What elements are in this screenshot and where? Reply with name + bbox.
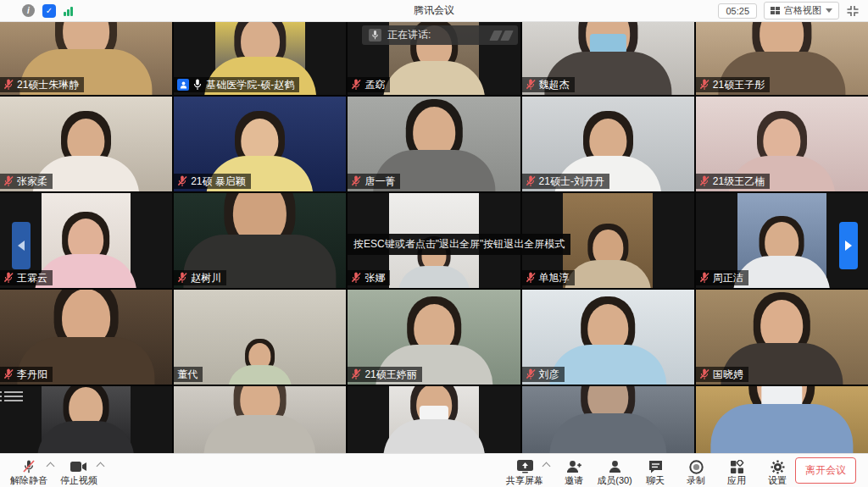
participant-name-badge: 21硕王子彤 xyxy=(696,77,770,92)
meeting-timer: 05:25 xyxy=(718,3,757,19)
network-signal-icon[interactable] xyxy=(64,6,73,16)
leave-meeting-button[interactable]: 离开会议 xyxy=(795,457,856,484)
share-screen-icon xyxy=(517,459,533,474)
shield-icon[interactable]: ✓ xyxy=(42,4,56,18)
video-tile[interactable]: 李丹阳 xyxy=(0,290,172,385)
meeting-window: i ✓ 腾讯会议 05:25 宫格视图 21硕士朱琳静基 xyxy=(0,0,868,487)
invite-button[interactable]: 邀请 xyxy=(556,456,592,485)
participant-name: 刘彦 xyxy=(539,368,559,380)
share-options-caret[interactable] xyxy=(542,462,551,471)
chat-button[interactable]: 聊天 xyxy=(637,456,673,485)
video-tile[interactable]: 国晓娉 xyxy=(696,290,868,385)
exit-fullscreen-tooltip: 按ESC键或者点击"退出全屏"按钮退出全屏模式 xyxy=(348,234,570,255)
video-feed xyxy=(42,386,131,453)
participant-name-badge: 周正洁 xyxy=(696,270,748,285)
participant-name: 周正洁 xyxy=(713,272,743,284)
participant-name: 张娜 xyxy=(364,272,385,284)
info-icon[interactable]: i xyxy=(22,4,35,17)
unmute-button[interactable]: 解除静音 xyxy=(10,456,47,485)
video-tile[interactable]: 21级王乙楠 xyxy=(696,97,868,191)
video-tile[interactable]: 21硕 暴启颖 xyxy=(174,97,346,191)
video-tile[interactable] xyxy=(348,386,520,453)
stop-video-label: 停止视频 xyxy=(60,476,97,485)
video-tile[interactable]: 刘彦 xyxy=(522,290,694,385)
next-page-arrow[interactable] xyxy=(839,222,858,269)
participant-name: 董代 xyxy=(177,368,198,380)
mic-muted-icon xyxy=(699,272,709,284)
camera-icon xyxy=(70,459,87,474)
participant-name: 魏超杰 xyxy=(539,79,570,91)
participant-name-badge: 21硕士-刘丹丹 xyxy=(522,174,609,189)
apps-label: 应用 xyxy=(727,476,746,485)
mic-muted-icon xyxy=(526,368,536,380)
title-bar: i ✓ 腾讯会议 05:25 宫格视图 xyxy=(0,0,868,22)
participant-silhouette xyxy=(563,198,653,288)
members-button[interactable]: 成员(30) xyxy=(597,456,632,485)
video-tile[interactable] xyxy=(522,386,694,453)
invite-label: 邀请 xyxy=(565,476,583,485)
meeting-toolbar: 解除静音 停止视频 共 xyxy=(0,453,868,487)
host-person-icon xyxy=(177,79,189,91)
mic-muted-icon xyxy=(3,368,14,380)
layout-view-label: 宫格视图 xyxy=(784,4,821,17)
unmute-label: 解除静音 xyxy=(10,476,47,485)
participant-name-badge: 孟窈 xyxy=(348,77,390,92)
participant-name: 21硕 暴启颖 xyxy=(191,175,246,187)
participant-name: 孟窈 xyxy=(364,79,385,91)
participant-name: 21硕士朱琳静 xyxy=(17,79,79,91)
video-tile[interactable]: 唐一菁 xyxy=(348,97,520,191)
mic-muted-icon xyxy=(526,175,536,187)
face-mask xyxy=(590,34,626,58)
video-tile[interactable]: 赵树川 xyxy=(174,193,346,288)
participant-silhouette xyxy=(389,391,479,453)
participant-name-badge: 单旭淳 xyxy=(522,270,575,285)
settings-gear-icon xyxy=(771,459,785,474)
previous-page-arrow[interactable] xyxy=(12,222,31,269)
mic-muted-icon xyxy=(351,175,361,187)
video-tile[interactable] xyxy=(174,386,346,453)
participant-name: 21硕王婷丽 xyxy=(364,368,416,380)
video-feed xyxy=(174,386,346,453)
mic-muted-icon xyxy=(699,368,709,380)
mic-muted-icon xyxy=(699,175,709,187)
video-tile[interactable]: 21硕王子彤 xyxy=(696,22,868,95)
participant-name-badge: 董代 xyxy=(174,367,203,382)
participant-name-badge: 王霖云 xyxy=(0,270,53,285)
video-options-caret[interactable] xyxy=(97,462,105,471)
mic-muted-icon xyxy=(351,368,361,380)
video-tile[interactable]: 董代 xyxy=(174,290,346,385)
video-tile[interactable] xyxy=(0,386,172,453)
stop-video-button[interactable]: 停止视频 xyxy=(60,456,97,485)
video-tile[interactable]: 基础医学院-硕-赵鹤 xyxy=(174,22,346,95)
record-button[interactable]: 录制 xyxy=(678,456,714,485)
participant-name-badge: 魏超杰 xyxy=(522,77,575,92)
participant-name-badge: 国晓娉 xyxy=(696,367,748,382)
share-screen-button[interactable]: 共享屏幕 xyxy=(506,456,543,485)
participant-name: 王霖云 xyxy=(17,272,47,284)
mic-on-icon xyxy=(192,79,203,91)
video-tile[interactable]: 魏超杰 xyxy=(522,22,694,95)
mic-muted-icon xyxy=(699,79,709,91)
video-feed xyxy=(737,193,827,288)
video-tile[interactable] xyxy=(696,386,868,453)
exit-fullscreen-icon[interactable] xyxy=(846,5,860,17)
video-feed xyxy=(696,386,868,453)
participant-name: 21级王乙楠 xyxy=(713,175,765,187)
speaker-mic-icon xyxy=(369,29,381,42)
apps-button[interactable]: 应用 xyxy=(719,456,754,485)
participant-name: 张家柔 xyxy=(17,175,47,187)
video-tile[interactable]: 21硕士-刘丹丹 xyxy=(522,97,694,191)
share-screen-label: 共享屏幕 xyxy=(506,476,543,485)
settings-button[interactable]: 设置 xyxy=(760,456,795,485)
apps-grid-icon xyxy=(730,459,744,474)
video-tile[interactable]: 21硕王婷丽 xyxy=(348,290,520,385)
video-tile[interactable]: 张家柔 xyxy=(0,97,172,191)
layout-view-dropdown[interactable]: 宫格视图 xyxy=(764,2,839,19)
participant-name: 21硕王子彤 xyxy=(713,79,765,91)
participant-silhouette xyxy=(522,391,694,453)
mic-options-caret[interactable] xyxy=(47,462,55,471)
video-tile[interactable]: 21硕士朱琳静 xyxy=(0,22,172,95)
participant-name-badge: 21硕王婷丽 xyxy=(348,367,421,382)
mic-muted-icon xyxy=(177,175,187,187)
participant-name: 国晓娉 xyxy=(713,368,743,380)
